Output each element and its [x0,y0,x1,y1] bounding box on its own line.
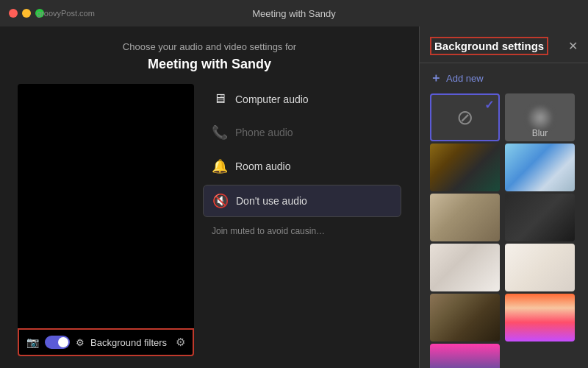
audio-option-phone: 📞 Phone audio [203,117,401,148]
site-label: groovyPost.com [37,9,95,18]
room-audio-label: Room audio [235,160,291,172]
bg-option-room9[interactable] [430,344,500,368]
bg-option-room5[interactable] [430,244,500,291]
bg-filter-icon: ⚙ [76,337,85,348]
none-icon: ⊘ [456,105,473,130]
blur-label: Blur [505,128,575,138]
bg-settings-header: Background settings ✕ [420,26,588,63]
settings-icon[interactable]: ⚙ [176,336,185,349]
right-panel: Background settings ✕ ＋ Add new ⊘ ✓ Blur [419,26,588,368]
room-audio-icon: 🔔 [212,158,228,174]
left-panel: Choose your audio and video settings for… [0,26,419,368]
bg-option-none[interactable]: ⊘ ✓ [430,93,500,141]
bg-option-room1[interactable] [430,144,500,191]
add-icon: ＋ [430,71,442,86]
join-muted-text: Join muted to avoid causin… [203,223,401,239]
computer-audio-icon: 🖥 [212,91,228,107]
bg-grid: ⊘ ✓ Blur [420,93,588,368]
phone-audio-icon: 📞 [212,124,228,141]
meeting-subtitle: Choose your audio and video settings for [18,41,401,52]
camera-icon: 📷 [26,336,39,348]
no-audio-label: Don't use audio [236,195,307,207]
bg-option-room6[interactable] [505,244,575,291]
audio-option-computer[interactable]: 🖥 Computer audio [203,84,401,114]
meeting-header: Choose your audio and video settings for… [18,41,401,72]
bg-option-room3[interactable] [430,194,500,241]
no-audio-icon: 🔇 [212,193,229,209]
bg-option-room7[interactable] [430,294,500,342]
audio-option-none[interactable]: 🔇 Don't use audio [203,185,401,217]
bg-settings-title: Background settings [430,37,548,55]
computer-audio-label: Computer audio [235,93,309,105]
add-new-label: Add new [446,73,484,84]
selected-checkmark: ✓ [484,98,494,112]
content-row: 📷 ⚙ Background filters ⚙ 🖥 Computer audi… [18,84,401,356]
audio-option-room[interactable]: 🔔 Room audio [203,151,401,182]
audio-options: 🖥 Computer audio 📞 Phone audio 🔔 Room au… [203,84,401,356]
bg-option-room8[interactable] [505,294,575,342]
add-new-row[interactable]: ＋ Add new [420,63,588,93]
title-bar: groovyPost.com Meeting with Sandy [0,0,588,26]
bg-option-room2[interactable] [505,144,575,191]
minimize-button[interactable] [22,9,31,18]
phone-audio-label: Phone audio [235,127,293,138]
camera-toggle[interactable] [45,336,70,349]
close-button[interactable] [9,9,18,18]
background-filters-label: Background filters [90,337,167,348]
window-title: Meeting with Sandy [252,8,335,19]
meeting-title: Meeting with Sandy [18,57,401,72]
bg-option-blur[interactable]: Blur [505,93,575,141]
bg-option-room4[interactable] [505,194,575,241]
video-preview: 📷 ⚙ Background filters ⚙ [18,84,194,356]
close-panel-button[interactable]: ✕ [568,39,578,53]
main-layout: Choose your audio and video settings for… [0,26,588,368]
blur-preview [527,105,553,131]
video-bottom-bar: 📷 ⚙ Background filters ⚙ [18,328,194,356]
